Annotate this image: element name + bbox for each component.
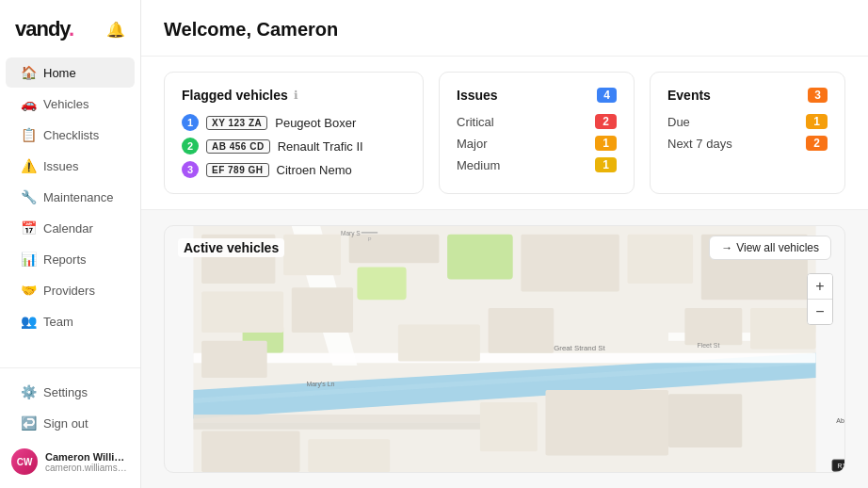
- svg-rect-21: [546, 390, 669, 456]
- sidebar-item-label: Home: [43, 66, 76, 80]
- sidebar-item-label: Issues: [43, 159, 79, 173]
- team-icon: 👥: [21, 314, 36, 329]
- cards-row: Flagged vehicles ℹ 1 XY 123 ZA Peugeot B…: [141, 57, 868, 210]
- issues-card: Issues 4 Critical 2 Major 1 Medium 1: [439, 72, 635, 194]
- main-content: Welcome, Cameron Flagged vehicles ℹ 1 XY…: [141, 0, 868, 488]
- issue-count-badge: 2: [595, 114, 617, 129]
- zoom-in-button[interactable]: +: [808, 274, 832, 299]
- event-label: Due: [667, 115, 690, 129]
- page-title: Welcome, Cameron: [164, 19, 845, 41]
- issues-card-header: Issues 4: [457, 88, 617, 103]
- sidebar-item-team[interactable]: 👥Team: [6, 306, 135, 336]
- events-total-badge: 3: [808, 88, 828, 103]
- sidebar-item-maintenance[interactable]: 🔧Maintenance: [6, 182, 135, 212]
- map-title: Active vehicles: [178, 238, 284, 257]
- issue-row: Critical 2: [457, 114, 617, 129]
- providers-icon: 🤝: [21, 283, 36, 298]
- events-card-header: Events 3: [667, 88, 828, 103]
- sidebar-nav: 🏠Home🚗Vehicles📋Checklists⚠️Issues🔧Mainte…: [0, 53, 140, 367]
- reports-icon: 📊: [21, 252, 36, 267]
- issues-total-badge: 4: [597, 88, 617, 103]
- user-profile[interactable]: CW Cameron William... cameron.williamson…: [0, 439, 140, 484]
- svg-rect-28: [489, 308, 555, 353]
- sidebar-item-vehicles[interactable]: 🚗Vehicles: [6, 89, 135, 119]
- svg-rect-20: [684, 308, 742, 345]
- sidebar-item-calendar[interactable]: 📅Calendar: [6, 213, 135, 243]
- svg-text:Mary's Ln: Mary's Ln: [306, 381, 334, 388]
- sidebar-item-issues[interactable]: ⚠️Issues: [6, 151, 135, 181]
- event-label: Next 7 days: [667, 137, 732, 151]
- svg-rect-10: [193, 423, 521, 430]
- sidebar-item-label: Settings: [43, 385, 88, 399]
- issue-row: Major 1: [457, 136, 617, 151]
- issue-row: Medium 1: [457, 157, 617, 172]
- sidebar-logo: vandy. 🔔: [0, 0, 140, 53]
- svg-text:Fleet St: Fleet St: [697, 342, 719, 349]
- issues-title: Issues: [457, 88, 498, 103]
- svg-rect-2: [357, 268, 406, 301]
- logo: vandy.: [15, 17, 73, 41]
- info-icon: ℹ: [294, 89, 298, 102]
- issue-label: Medium: [457, 158, 500, 172]
- sidebar-item-label: Providers: [43, 284, 95, 298]
- sidebar-item-label: Sign out: [43, 416, 88, 431]
- issue-label: Major: [457, 137, 488, 151]
- sidebar-item-label: Calendar: [43, 221, 93, 236]
- svg-rect-23: [668, 394, 742, 447]
- plate-badge: XY 123 ZA: [206, 116, 267, 130]
- issue-count-badge: 1: [595, 136, 617, 151]
- vehicle-name: Peugeot Boxer: [275, 116, 356, 130]
- svg-rect-27: [398, 324, 480, 361]
- vehicles-icon: 🚗: [21, 96, 36, 111]
- events-card: Events 3 Due 1 Next 7 days 2: [650, 72, 845, 194]
- event-row: Due 1: [667, 114, 828, 129]
- flagged-vehicles-list: 1 XY 123 ZA Peugeot Boxer 2 AB 456 CD Re…: [182, 114, 406, 178]
- view-all-label: View all vehicles: [736, 241, 819, 254]
- map-section: Active vehicles → View all vehicles: [164, 225, 845, 473]
- sidebar-item-reports[interactable]: 📊Reports: [6, 244, 135, 274]
- maintenance-icon: 🔧: [21, 189, 36, 204]
- issue-label: Critical: [457, 115, 494, 129]
- plate-badge: AB 456 CD: [206, 139, 270, 154]
- signout-icon: ↩️: [21, 415, 36, 431]
- sidebar-item-label: Team: [43, 315, 73, 329]
- map-header: Active vehicles → View all vehicles: [165, 226, 844, 269]
- event-row: Next 7 days 2: [667, 136, 828, 151]
- avatar: CW: [11, 448, 38, 475]
- user-info: Cameron William... cameron.williamson...: [45, 451, 129, 473]
- flag-number: 1: [182, 114, 199, 131]
- svg-rect-24: [201, 431, 299, 473]
- user-email: cameron.williamson...: [45, 463, 129, 473]
- svg-text:Abbey Theatre: Abbey Theatre: [836, 417, 844, 425]
- sidebar-item-label: Reports: [43, 252, 87, 267]
- sidebar-item-signout[interactable]: ↩️ Sign out: [6, 408, 135, 438]
- sidebar-item-checklists[interactable]: 📋Checklists: [6, 120, 135, 150]
- sidebar-item-label: Maintenance: [43, 190, 113, 204]
- user-name: Cameron William...: [45, 451, 129, 463]
- calendar-icon: 📅: [21, 220, 36, 236]
- zoom-out-button[interactable]: −: [808, 300, 832, 324]
- svg-text:R105: R105: [838, 463, 844, 469]
- flagged-vehicle-item: 3 EF 789 GH Citroen Nemo: [182, 161, 406, 178]
- home-icon: 🏠: [21, 65, 36, 80]
- svg-rect-6: [193, 353, 815, 363]
- svg-rect-22: [480, 402, 538, 451]
- checklists-icon: 📋: [21, 127, 36, 142]
- flag-number: 3: [182, 161, 199, 178]
- issue-count-badge: 1: [595, 157, 617, 172]
- issues-icon: ⚠️: [21, 158, 36, 173]
- sidebar: vandy. 🔔 🏠Home🚗Vehicles📋Checklists⚠️Issu…: [0, 0, 141, 488]
- sidebar-item-providers[interactable]: 🤝Providers: [6, 275, 135, 305]
- page-header: Welcome, Cameron: [141, 0, 868, 57]
- svg-rect-9: [193, 415, 521, 423]
- svg-rect-25: [308, 439, 390, 472]
- sidebar-item-home[interactable]: 🏠Home: [6, 57, 135, 88]
- flag-number: 2: [182, 138, 199, 155]
- plate-badge: EF 789 GH: [206, 163, 269, 177]
- view-all-vehicles-button[interactable]: → View all vehicles: [709, 236, 831, 260]
- notification-bell-icon[interactable]: 🔔: [106, 21, 125, 39]
- svg-rect-26: [201, 341, 267, 378]
- issues-list: Critical 2 Major 1 Medium 1: [457, 114, 617, 172]
- sidebar-item-settings[interactable]: ⚙️ Settings: [6, 377, 135, 407]
- event-count-badge: 1: [806, 114, 828, 129]
